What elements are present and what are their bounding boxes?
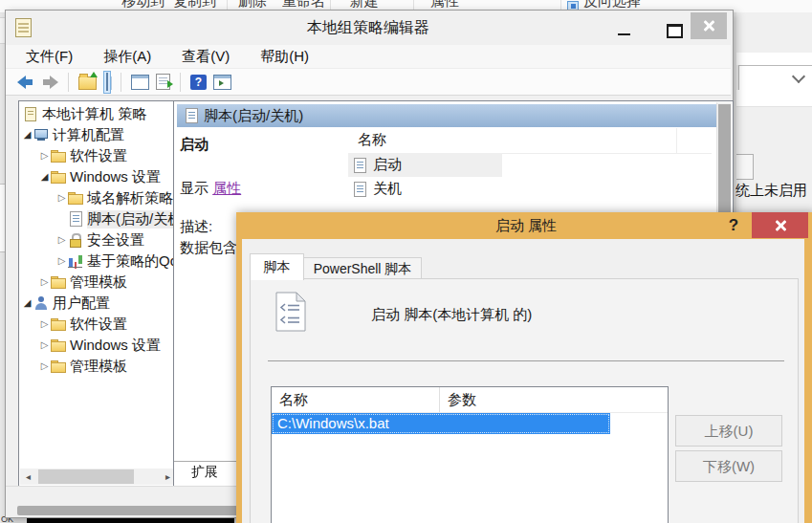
params-column-header[interactable]: 参数 <box>439 387 668 412</box>
screen: 移动到 复制到 删除 重命名 新建 属性 反向选择 统上未启用 OK 本地组策略… <box>0 0 812 523</box>
dialog-close-button[interactable] <box>752 212 808 238</box>
tree-item-administrative-templates[interactable]: ▷ 管理模板 <box>19 272 177 293</box>
script-document-icon <box>275 292 306 332</box>
column-divider[interactable] <box>676 128 677 153</box>
name-column-header[interactable]: 名称 <box>272 391 439 409</box>
listview-row-selected[interactable]: C:\Windows\x.bat <box>272 413 610 434</box>
export-list-icon[interactable] <box>156 74 170 90</box>
toolbar-separator <box>121 73 121 92</box>
name-column-header[interactable]: 名称 <box>358 131 386 149</box>
collapsed-arrow-icon[interactable]: ▷ <box>38 335 51 356</box>
tree-item-software-settings-user[interactable]: ▷ 软件设置 <box>19 314 177 335</box>
script-icon <box>184 108 199 123</box>
close-button[interactable] <box>691 12 727 39</box>
chevron-down-icon <box>792 70 805 83</box>
menu-help[interactable]: 帮助(H) <box>252 46 318 68</box>
collapsed-arrow-icon[interactable]: ▷ <box>38 314 51 335</box>
background-dropdown[interactable] <box>738 65 812 91</box>
menu-file[interactable]: 文件(F) <box>17 46 81 68</box>
close-icon <box>774 219 787 232</box>
show-console-tree-toggle[interactable] <box>103 71 111 94</box>
dialog-help-button[interactable]: ? <box>723 214 744 237</box>
tree-horizontal-scrollbar[interactable]: ◂ ▸ <box>20 469 176 485</box>
scroll-left-icon[interactable]: ◂ <box>20 469 36 485</box>
scrollbar-thumb[interactable] <box>38 469 134 484</box>
tree-item-windows-settings-user[interactable]: ▷ Windows 设置 <box>19 335 177 356</box>
move-down-button[interactable]: 下移(W) <box>675 450 782 482</box>
separator-line <box>268 360 784 361</box>
menu-action[interactable]: 操作(A) <box>95 46 160 68</box>
expanded-arrow-icon[interactable]: ◢ <box>21 124 33 145</box>
tree-item-security-settings[interactable]: ▷ 安全设置 <box>19 229 177 251</box>
scripts-tab-page: 启动 脚本(本地计算机 的) 名称 参数 C:\Windows\x.bat 上移… <box>250 278 799 523</box>
help-icon[interactable]: ? <box>190 75 207 90</box>
properties-window-icon[interactable] <box>131 75 149 90</box>
folder-icon <box>51 359 66 374</box>
move-up-button[interactable]: 上移(U) <box>675 415 782 447</box>
toolbar-separator <box>68 73 69 92</box>
expanded-arrow-icon[interactable]: ◢ <box>38 166 51 187</box>
description-label: 描述: <box>180 218 212 236</box>
tree-item-local-computer-policy[interactable]: 本地计算机 策略 <box>19 103 177 124</box>
tree-item-software-settings[interactable]: ▷ 软件设置 <box>19 145 177 166</box>
lock-icon <box>68 232 83 248</box>
expanded-arrow-icon[interactable]: ◢ <box>21 293 33 314</box>
computer-icon <box>33 127 49 142</box>
menu-view[interactable]: 查看(V) <box>173 46 238 68</box>
collapsed-arrow-icon[interactable]: ▷ <box>55 187 68 208</box>
tab-extended[interactable]: 扩展 <box>178 462 231 484</box>
collapsed-arrow-icon[interactable]: ▷ <box>55 229 68 251</box>
toolbar: ? <box>6 68 731 96</box>
startup-properties-dialog: 启动 属性 ? 脚本 PowerShell 脚本 启动 脚本(本地计算机 的) <box>236 212 812 523</box>
minimize-button[interactable] <box>608 12 639 41</box>
description-text: 数据包含 <box>180 239 237 257</box>
folder-icon <box>51 316 66 332</box>
dialog-client-area: 脚本 PowerShell 脚本 启动 脚本(本地计算机 的) 名称 参 <box>242 239 804 523</box>
folder-icon <box>51 169 66 185</box>
forward-icon[interactable] <box>41 76 58 89</box>
console-tree-icon <box>106 73 108 91</box>
tree-item-scripts[interactable]: 脚本(启动/关机) <box>19 208 177 229</box>
back-icon[interactable] <box>17 76 34 89</box>
pane-header: 脚本(启动/关机) <box>177 104 728 127</box>
background-tab-fragment <box>736 154 754 180</box>
user-icon <box>33 295 49 311</box>
tree-item-computer-configuration[interactable]: ◢ 计算机配置 <box>19 124 177 145</box>
folder-icon <box>51 148 66 163</box>
background-row <box>736 53 812 65</box>
up-one-level-icon[interactable] <box>78 76 97 90</box>
minimize-icon <box>618 33 630 35</box>
tree-item-windows-settings[interactable]: ◢ Windows 设置 <box>19 166 177 187</box>
list-item-shutdown[interactable]: 关机 <box>348 177 502 201</box>
folder-icon <box>68 190 83 206</box>
tree-item-policy-based-qos[interactable]: ▷ 基于策略的QoS <box>19 251 177 272</box>
collapsed-arrow-icon[interactable]: ▷ <box>38 272 51 293</box>
tree-item-name-resolution-policy[interactable]: ▷ 域名解析策略 <box>19 187 177 208</box>
collapsed-arrow-icon[interactable]: ▷ <box>55 251 68 272</box>
background-status-text: 统上未启用 <box>735 182 812 203</box>
title-bar[interactable]: 本地组策略编辑器 <box>6 11 731 44</box>
show-line: 显示 属性 <box>180 180 241 198</box>
list-header: 名称 <box>348 128 712 154</box>
policy-scroll-icon <box>23 106 38 121</box>
background-row <box>736 90 812 107</box>
selected-item-title: 启动 <box>180 136 208 154</box>
listview-header: 名称 参数 <box>272 387 668 413</box>
tree-item-user-configuration[interactable]: ◢ 用户配置 <box>19 293 177 314</box>
toolbar-separator <box>180 73 181 92</box>
script-icon <box>68 211 83 227</box>
tab-scripts[interactable]: 脚本 <box>250 253 304 280</box>
collapsed-arrow-icon[interactable]: ▷ <box>38 145 51 166</box>
collapsed-arrow-icon[interactable]: ▷ <box>38 356 51 377</box>
bar-chart-icon <box>68 253 83 269</box>
scripts-listview[interactable]: 名称 参数 C:\Windows\x.bat <box>271 386 669 523</box>
list-item-startup[interactable]: 启动 <box>348 153 502 177</box>
console-tree: 本地计算机 策略 ◢ 计算机配置 ▷ 软件设置 ◢ Windows 设置 ▷ 域… <box>18 100 178 487</box>
menu-bar: 文件(F) 操作(A) 查看(V) 帮助(H) <box>6 45 731 68</box>
tab-powershell-scripts[interactable]: PowerShell 脚本 <box>303 257 422 280</box>
maximize-button[interactable] <box>658 12 689 41</box>
properties-link[interactable]: 属性 <box>212 180 241 196</box>
folder-icon <box>51 338 66 353</box>
new-window-icon[interactable] <box>213 75 231 90</box>
tree-item-administrative-templates-user[interactable]: ▷ 管理模板 <box>19 356 177 377</box>
